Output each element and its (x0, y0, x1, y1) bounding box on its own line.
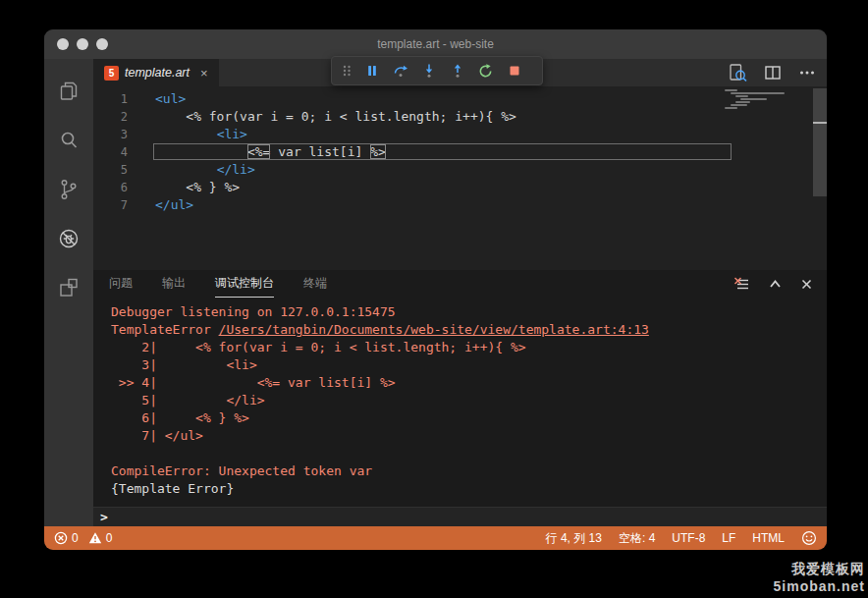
pause-icon (364, 63, 380, 79)
source-control-icon (57, 178, 81, 201)
console-line: 3| <li> (111, 356, 827, 374)
error-icon (54, 531, 68, 545)
watermark-line2: 5imoban.net (774, 577, 865, 595)
screenshot-background: template.art - web-site (0, 0, 868, 598)
console-line: 2| <% for(var i = 0; i < list.length; i+… (111, 339, 827, 356)
sidebar-item-extensions[interactable] (44, 263, 93, 312)
console-line: >> 4| <%= var list[i] %> (111, 374, 827, 392)
window-body: 5 template.art × (44, 59, 827, 526)
debug-console-output: Debugger listening on 127.0.0.1:15475Tem… (93, 298, 827, 507)
line-number: 4 (93, 143, 128, 161)
code-editor[interactable]: 1<ul>2 <% for(var i = 0; i < list.length… (93, 86, 827, 270)
panel-actions (733, 270, 813, 298)
code-line-4[interactable]: 4 <%= var list[i] %> (93, 143, 827, 161)
traffic-lights (57, 38, 108, 50)
minimize-button[interactable] (77, 38, 88, 50)
more-actions-icon[interactable] (797, 63, 817, 82)
console-line (111, 445, 827, 462)
status-indentation[interactable]: 空格: 4 (619, 530, 655, 547)
console-line: {Template Error} (111, 480, 827, 498)
bottom-panel: 问题输出调试控制台终端 (93, 270, 827, 526)
html5-file-icon: 5 (104, 66, 119, 81)
tab-template-art[interactable]: 5 template.art × (93, 59, 219, 86)
error-count: 0 (72, 531, 79, 545)
code-line-2[interactable]: 2 <% for(var i = 0; i < list.length; i++… (93, 108, 827, 126)
debug-console-input[interactable]: > (93, 507, 827, 526)
sidebar-item-explorer[interactable] (44, 67, 93, 116)
line-number: 3 (93, 126, 128, 143)
open-preview-icon[interactable] (727, 62, 748, 83)
problems-status[interactable]: 0 0 (54, 531, 112, 545)
activity-bar (44, 59, 93, 526)
search-icon (57, 129, 81, 152)
close-button[interactable] (57, 38, 69, 50)
step-into-icon (421, 63, 437, 79)
tab-label: template.art (125, 66, 190, 80)
panel-tab-output[interactable]: 输出 (162, 270, 186, 298)
console-line: TemplateError /Users/tangbin/Documents/w… (111, 321, 827, 339)
step-over-icon (393, 63, 408, 79)
console-line: 7| </ul> (111, 427, 827, 445)
debug-icon (57, 227, 81, 250)
toolbar-drag-handle[interactable] (336, 57, 357, 84)
restart-button[interactable] (471, 57, 500, 84)
stop-button[interactable] (500, 57, 528, 84)
console-prompt: > (100, 510, 108, 524)
sidebar-item-search[interactable] (44, 116, 93, 165)
panel-header: 问题输出调试控制台终端 (93, 270, 827, 298)
code-line-1[interactable]: 1<ul> (93, 90, 827, 108)
status-bar: 0 0 行 4, 列 13空格: 4UTF-8LFHTML (44, 526, 827, 550)
stop-icon (507, 63, 522, 79)
minimap[interactable] (725, 89, 809, 110)
step-over-button[interactable] (386, 57, 414, 84)
console-line: 5| </li> (111, 392, 827, 409)
warning-count: 0 (106, 531, 113, 545)
zoom-button[interactable] (96, 38, 108, 50)
line-number: 7 (93, 196, 128, 214)
line-number: 1 (93, 90, 128, 108)
split-editor-icon[interactable] (763, 63, 783, 82)
explorer-icon (57, 80, 81, 103)
maximize-panel-icon[interactable] (768, 277, 783, 292)
code-line-3[interactable]: 3 <li> (93, 126, 827, 143)
panel-tab-debug-console[interactable]: 调试控制台 (215, 270, 274, 298)
code-line-5[interactable]: 5 </li> (93, 161, 827, 179)
status-language-mode[interactable]: HTML (752, 531, 785, 545)
extensions-icon (57, 276, 81, 299)
vscode-window: template.art - web-site (44, 29, 827, 550)
sidebar-item-source-control[interactable] (44, 165, 93, 214)
line-number: 2 (93, 108, 128, 126)
feedback-smiley-icon[interactable] (801, 530, 817, 546)
code-line-6[interactable]: 6 <% } %> (93, 179, 827, 196)
panel-tab-terminal[interactable]: 终端 (303, 270, 327, 298)
line-number: 6 (93, 179, 128, 196)
step-out-icon (450, 63, 465, 79)
close-panel-icon[interactable] (800, 278, 813, 291)
step-out-button[interactable] (443, 57, 471, 84)
status-eol[interactable]: LF (722, 531, 735, 545)
overview-ruler-marker (813, 122, 827, 124)
editor-actions (727, 59, 817, 86)
status-encoding[interactable]: UTF-8 (672, 531, 705, 545)
panel-tab-problems[interactable]: 问题 (109, 270, 133, 298)
console-line: Debugger listening on 127.0.0.1:15475 (111, 303, 827, 321)
step-into-button[interactable] (414, 57, 443, 84)
status-cursor-position[interactable]: 行 4, 列 13 (546, 530, 602, 547)
window-title: template.art - web-site (44, 37, 827, 51)
editor-group: 5 template.art × (93, 59, 827, 526)
tab-close-icon[interactable]: × (200, 66, 208, 81)
clear-console-icon[interactable] (733, 276, 750, 293)
console-line: CompileError: Unexpected token var (111, 462, 827, 480)
error-file-link[interactable]: /Users/tangbin/Documents/web-site/view/t… (219, 322, 649, 337)
grip-dots-icon (341, 63, 353, 79)
code-line-7[interactable]: 7</ul> (93, 196, 827, 214)
pause-button[interactable] (357, 57, 386, 84)
debug-toolbar (331, 56, 543, 85)
console-line: 6| <% } %> (111, 409, 827, 427)
sidebar-item-debug[interactable] (44, 214, 93, 263)
watermark: 我爱模板网 5imoban.net (774, 560, 865, 595)
titlebar: template.art - web-site (44, 29, 827, 59)
line-number: 5 (93, 161, 128, 179)
editor-scrollbar[interactable] (813, 88, 827, 196)
editor-code: 1<ul>2 <% for(var i = 0; i < list.length… (93, 90, 827, 214)
